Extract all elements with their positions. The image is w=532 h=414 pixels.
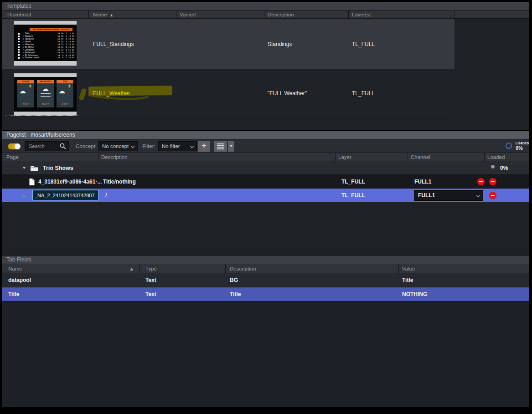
column-divider xyxy=(348,10,349,18)
app-window: Templates Thumbnail Name▲ Variant Descri… xyxy=(0,0,532,414)
pagelist-folder-row[interactable]: Trio Shows 0% xyxy=(2,161,529,175)
weather-temp: 7.28°C xyxy=(17,103,34,106)
weather-city: VOMP xyxy=(57,80,73,83)
pagelist-col-loaded[interactable]: Loaded xyxy=(487,153,505,161)
template-layer: TL_FULL xyxy=(352,90,375,97)
pagelist-empty-area xyxy=(2,202,529,240)
concept-dropdown[interactable]: No concept xyxy=(98,141,138,151)
sort-asc-icon: ▲ xyxy=(129,264,134,273)
weather-cards: BERGEN ☀ ☁ 7.28°C SAN ANTONIO ☁ xyxy=(14,77,77,112)
cloud-icon: ☁ xyxy=(42,85,49,92)
weather-card: BERGEN ☀ ☁ 7.28°C xyxy=(17,80,34,107)
column-divider xyxy=(484,153,485,161)
templates-col-variant[interactable]: Variant xyxy=(180,10,196,19)
template-thumbnail-weather[interactable]: BERGEN ☀ ☁ 7.28°C SAN ANTONIO ☁ xyxy=(14,73,77,116)
document-icon xyxy=(29,178,35,186)
list-icon xyxy=(217,143,224,149)
pagelist-col-channel[interactable]: Channel xyxy=(411,153,430,161)
template-row-weather[interactable]: BERGEN ☀ ☁ 7.28°C SAN ANTONIO ☁ xyxy=(2,71,455,116)
tabfield-selected-row[interactable]: Title Text Title NOTHING xyxy=(2,287,529,302)
unload-button[interactable] xyxy=(489,192,496,199)
bullet-icon xyxy=(18,44,20,45)
page-channel: FULL1 xyxy=(414,179,431,185)
page-layer: TL_FULL xyxy=(341,179,365,185)
pagelist-header-row: Page Description Layer Channel Loaded xyxy=(2,153,529,161)
channel-dropdown[interactable]: FULL1 xyxy=(414,190,483,201)
weather-card: SAN ANTONIO ☁ 22.63°C xyxy=(37,80,54,107)
search-box xyxy=(25,141,69,151)
add-page-button[interactable]: + xyxy=(198,141,210,152)
standings-row: 7Livingston33 12 6 15 42 xyxy=(18,48,74,51)
tabfield-row[interactable]: datapool Text BG Title xyxy=(2,273,529,287)
templates-header-row: Thumbnail Name▲ Variant Description Laye… xyxy=(2,10,529,19)
tabfields-empty-area xyxy=(2,302,529,406)
template-layer: TL_FULL xyxy=(352,41,375,47)
standings-row: 3Aberdeen33 17 2 14 53 xyxy=(18,38,74,41)
templates-panel: Templates Thumbnail Name▲ Variant Descri… xyxy=(2,2,529,130)
sort-asc-icon: ▲ xyxy=(110,13,114,17)
templates-col-description[interactable]: Description xyxy=(268,10,294,19)
thumbnail-bottom-bar xyxy=(14,61,77,66)
autopreview-toggle[interactable] xyxy=(8,143,20,149)
page-name-editbox xyxy=(32,190,98,200)
pagelist-selected-row[interactable]: → / TL_FULL FULL1 xyxy=(2,189,529,202)
sun-icon: ☀ xyxy=(28,84,32,89)
chevron-down-icon xyxy=(190,144,194,148)
pagelist-page-row[interactable]: 4_31831ef9-a086-4a61-... Title/nothing T… xyxy=(2,175,529,189)
templates-col-thumbnail[interactable]: Thumbnail xyxy=(6,10,31,19)
sun-cloud-icon: ☀ ☁ xyxy=(57,83,73,99)
standings-row: 9St. Johnstone33 9 6 18 33 xyxy=(18,54,74,56)
weather-card: VOMP ☀ ☁ 6.79°C xyxy=(57,80,73,107)
weather-temp: 6.79°C xyxy=(57,103,73,106)
list-view-options-button[interactable] xyxy=(228,141,234,152)
tabfields-col-value[interactable]: Value xyxy=(402,264,415,273)
weather-city: SAN ANTONIO xyxy=(37,80,54,83)
standings-row: 6St. Mirren33 12 8 13 44 xyxy=(18,46,74,48)
pagelist-col-description[interactable]: Description xyxy=(101,153,128,161)
standings-row: 10Dundee United33 8 7 18 31 xyxy=(18,56,74,59)
field-description: Title xyxy=(230,291,241,297)
pagelist-col-layer[interactable]: Layer xyxy=(338,153,351,161)
tabfields-panel: Tab Fields Name ▲ Type Description Value… xyxy=(2,256,529,407)
templates-col-layers[interactable]: Layer[s] xyxy=(352,10,371,19)
folder-loaded-icon xyxy=(491,165,495,169)
loaded-indicator: LOADED 0% xyxy=(506,142,531,151)
template-row-standings[interactable]: SCOTTISH PREMIER LEAGUE - 2022-2023 1Cel… xyxy=(2,19,455,69)
column-divider xyxy=(176,10,176,18)
focus-dotted-line xyxy=(5,115,78,116)
thumbnail-top-bar xyxy=(14,73,77,77)
pagelist-panel-title: Pagelist - mosart/fullscreens xyxy=(2,131,529,139)
standings-row: 5Hibernian33 13 5 15 44 xyxy=(18,43,74,46)
chevron-down-icon xyxy=(131,144,134,148)
field-type: Text xyxy=(145,291,156,297)
tabfields-col-name[interactable]: Name xyxy=(8,264,22,273)
column-divider xyxy=(335,153,336,161)
field-name: Title xyxy=(8,291,19,297)
weather-city: BERGEN xyxy=(17,80,34,83)
list-view-button[interactable] xyxy=(214,141,227,152)
filter-dropdown[interactable]: No filter xyxy=(158,141,197,151)
column-divider xyxy=(98,153,98,161)
template-thumbnail-standings[interactable]: SCOTTISH PREMIER LEAGUE - 2022-2023 1Cel… xyxy=(14,21,77,66)
page-description: Title/nothing xyxy=(103,179,136,185)
unload-button[interactable] xyxy=(489,178,496,185)
search-input[interactable] xyxy=(28,142,58,150)
page-name-input[interactable] xyxy=(33,190,98,200)
template-description: Standings xyxy=(268,41,292,47)
unload-button[interactable] xyxy=(477,178,485,185)
fog-lines-icon xyxy=(41,93,51,97)
pagelist-panel: Pagelist - mosart/fullscreens Concept: N… xyxy=(2,131,529,255)
expand-arrow-icon[interactable] xyxy=(22,167,26,169)
templates-panel-title: Templates xyxy=(2,2,529,10)
templates-col-name[interactable]: Name▲ xyxy=(93,10,114,19)
template-name: FULL_Standings xyxy=(93,41,134,47)
standings-row: 2Rangers33 25 4 4 79 xyxy=(18,35,74,38)
cloud-icon: ☁ xyxy=(58,87,65,94)
filter-label: Filter: xyxy=(142,139,155,153)
tabfields-col-description[interactable]: Description xyxy=(230,264,256,273)
weather-preview: BERGEN ☀ ☁ 7.28°C SAN ANTONIO ☁ xyxy=(14,77,77,112)
tabfields-col-type[interactable]: Type xyxy=(145,264,157,273)
pagelist-col-page[interactable]: Page xyxy=(6,153,19,161)
standings-preview: SCOTTISH PREMIER LEAGUE - 2022-2023 1Cel… xyxy=(14,25,77,61)
folder-loaded-value: 0% xyxy=(500,165,508,171)
